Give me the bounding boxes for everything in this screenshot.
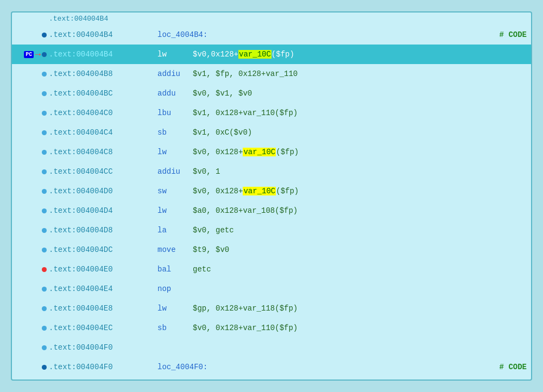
operand-text: $v0, getc [193,226,234,235]
breakpoint-dot[interactable] [42,208,47,213]
breakpoint-dot[interactable] [42,306,47,311]
breakpoint-dot[interactable] [42,150,47,155]
operand-text: $v0, [193,50,211,59]
instruction-mnemonic: sb [157,128,193,137]
instruction-operands: $v0, $v1, $v0 [193,89,527,98]
row-gutter [12,240,49,260]
row-content: .text:004004B4 lw$v0, 0x128+var_10C($fp) [49,50,531,59]
instruction-row[interactable]: .text:004004CC addiu$v0, 1 [12,162,531,181]
operand-text: ($fp) [276,187,299,195]
row-content: .text:004004E0 balgetc [49,265,531,274]
breakpoint-dot[interactable] [42,111,47,116]
row-gutter [12,377,49,380]
instruction-address: .text:004004B8 [49,69,157,78]
instruction-address: .text:004004CC [49,167,157,176]
instruction-row[interactable]: .text:004004C4 sb$v1, 0xC($v0) [12,123,531,142]
row-content: .text:004004DC move$t9, $v0 [49,245,531,254]
instruction-address: .text:004004D8 [49,226,157,235]
disassembly-view: .text:004004B4.text:004004B4 loc_4004B4:… [11,11,532,381]
row-gutter [12,103,49,123]
row-gutter [12,123,49,142]
operand-text: $v0, 0x128+ [193,148,243,156]
instruction-row[interactable]: .text:004004C0 lbu$v1, 0x128+var_110($fp… [12,103,531,123]
instruction-row[interactable]: .text:004004D0 sw$v0, 0x128+var_10C($fp) [12,181,531,201]
operand-text: ($fp) [276,148,299,156]
instruction-row[interactable]: .text:004004E4 nop [12,279,531,299]
instruction-address: .text:004004BC [49,89,157,98]
row-content: .text:004004BC addu$v0, $v1, $v0 [49,89,531,98]
row-gutter [12,181,49,201]
instruction-mnemonic: sb [157,324,193,332]
instruction-mnemonic: bal [157,265,193,274]
breakpoint-dot[interactable] [42,326,47,331]
instruction-operands: $v0, 0x128+var_10C($fp) [193,50,527,59]
instruction-address: .text:004004D4 [49,206,157,215]
instruction-address: .text:004004C4 [49,128,157,137]
instruction-row[interactable]: .text:004004E0 balgetc [12,260,531,279]
breakpoint-dot[interactable] [42,33,47,37]
instruction-mnemonic: move [157,245,193,254]
instruction-mnemonic: addiu [157,167,193,176]
row-gutter [12,162,49,181]
operand-text: $v1, $fp, 0x128+var_110 [193,69,298,78]
breakpoint-dot[interactable] [42,228,47,233]
instruction-operands: $v0, getc [193,226,527,235]
instruction-row[interactable]: .text:004004D8 la$v0, getc [12,220,531,240]
instruction-operands: getc [193,265,527,274]
row-content: .text:004004B8 addiu$v1, $fp, 0x128+var_… [49,69,531,78]
instruction-row[interactable]: .text:004004BC addu$v0, $v1, $v0 [12,84,531,103]
instruction-mnemonic: addu [157,89,193,98]
line-comment: # CODE [500,30,527,39]
breakpoint-dot[interactable] [42,365,47,370]
breakpoint-dot[interactable] [42,287,47,292]
instruction-address: .text:004004B4 [49,50,157,59]
instruction-mnemonic: addiu [157,69,193,78]
row-gutter [12,279,49,299]
breakpoint-dot[interactable] [42,52,47,57]
instruction-row[interactable]: PC→.text:004004B4 lw$v0, 0x128+var_10C($… [12,45,531,64]
breakpoint-dot[interactable] [42,91,47,96]
row-gutter: PC→ [12,45,49,64]
instruction-row[interactable]: .text:004004F0 lb$v1, 0x128+var_110($fp) [12,377,531,380]
breakpoint-dot[interactable] [42,267,47,272]
row-gutter [12,260,49,279]
instruction-address: .text:004004F0 [49,343,157,352]
instruction-row[interactable]: .text:004004DC move$t9, $v0 [12,240,531,260]
row-gutter [12,299,49,318]
breakpoint-dot[interactable] [42,72,47,77]
instruction-row[interactable]: .text:004004B8 addiu$v1, $fp, 0x128+var_… [12,64,531,84]
instruction-row[interactable]: .text:004004F0 [12,338,531,357]
operand-text: ($fp) [272,50,294,59]
instruction-mnemonic: lw [157,304,193,313]
instruction-operands: $v0, 0x128+var_10C($fp) [193,187,527,195]
highlighted-operand-yellow: var_10C [243,148,276,156]
operand-text: $v0, 0x128+var_110($fp) [193,324,298,332]
label-row[interactable]: .text:004004B4 loc_4004B4:# CODE [12,25,531,45]
label-name: loc_4004B4: [157,30,223,39]
breakpoint-dot[interactable] [42,130,47,135]
instruction-mnemonic: lw [157,50,193,59]
operand-text: $v1, 0xC($v0) [193,128,252,137]
instruction-operands: $v0, 1 [193,167,527,176]
pc-badge: PC [24,51,34,58]
instruction-row[interactable]: .text:004004E8 lw$gp, 0x128+var_118($fp) [12,299,531,318]
breakpoint-dot[interactable] [42,189,47,194]
instruction-address: .text:004004D0 [49,187,157,195]
row-content: .text:004004CC addiu$v0, 1 [49,167,531,176]
row-gutter [12,357,49,377]
breakpoint-dot[interactable] [42,345,47,350]
label-row[interactable]: .text:004004F0 loc_4004F0:# CODE [12,357,531,377]
operand-text: $gp, 0x128+var_118($fp) [193,304,298,313]
operand-text: 0x128+ [211,50,238,59]
breakpoint-dot[interactable] [42,169,47,174]
operand-text: $v0, 0x128+ [193,187,243,195]
row-content: .text:004004B4 loc_4004B4:# CODE [49,30,531,39]
instruction-row[interactable]: .text:004004EC sb$v0, 0x128+var_110($fp) [12,318,531,338]
row-gutter [12,25,49,45]
instruction-row[interactable]: .text:004004C8 lw$v0, 0x128+var_10C($fp) [12,142,531,162]
instruction-row[interactable]: .text:004004D4 lw$a0, 0x128+var_108($fp) [12,201,531,220]
instruction-address: .text:004004DC [49,245,157,254]
operand-text: $v1, 0x128+var_110($fp) [193,109,298,117]
breakpoint-dot[interactable] [42,248,47,252]
row-content: .text:004004E4 nop [49,284,531,293]
